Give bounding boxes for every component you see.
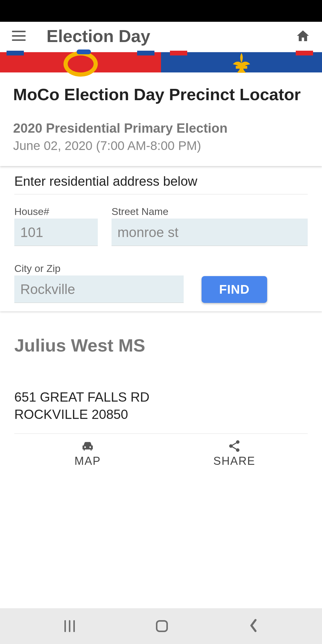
flag-right-panel [161, 52, 322, 72]
status-notch [0, 0, 322, 22]
address-line-1: 651 GREAT FALLS RD [14, 388, 308, 405]
address-form: Enter residential address below House# S… [0, 168, 322, 311]
menu-icon[interactable] [12, 31, 26, 41]
app-bar: Election Day [0, 22, 322, 50]
precinct-address: 651 GREAT FALLS RD ROCKVILLE 20850 [14, 388, 308, 422]
system-nav-bar [0, 608, 322, 644]
flag-left-panel [0, 52, 161, 72]
share-label: SHARE [213, 455, 256, 467]
address-line-2: ROCKVILLE 20850 [14, 406, 308, 423]
precinct-name: Julius West MS [14, 335, 308, 356]
car-icon [80, 439, 96, 453]
share-button[interactable]: SHARE [161, 439, 308, 467]
home-icon[interactable] [295, 29, 311, 43]
nav-back-icon[interactable] [249, 619, 258, 634]
form-heading: Enter residential address below [14, 174, 308, 194]
find-button[interactable]: FIND [202, 276, 267, 303]
city-label: City or Zip [14, 263, 184, 274]
appbar-title: Election Day [47, 26, 295, 46]
header-card: MoCo Election Day Precinct Locator 2020 … [0, 52, 322, 166]
flag-banner [0, 52, 322, 72]
ring-icon [64, 51, 98, 77]
share-icon [226, 439, 242, 453]
nav-recent-icon[interactable] [64, 620, 75, 632]
election-subtitle: 2020 Presidential Primary Election [13, 121, 309, 136]
election-datetime: June 02, 2020 (7:00 AM-8:00 PM) [13, 139, 309, 153]
page-title: MoCo Election Day Precinct Locator [13, 85, 309, 104]
divider [14, 434, 308, 434]
house-label: House# [14, 206, 98, 217]
map-button[interactable]: MAP [14, 439, 161, 467]
nav-home-icon[interactable] [156, 620, 168, 632]
city-input[interactable] [14, 275, 184, 303]
fleur-de-lis-icon [227, 52, 256, 73]
street-input[interactable] [112, 219, 308, 246]
street-label: Street Name [112, 206, 308, 217]
result-card: Julius West MS 651 GREAT FALLS RD ROCKVI… [0, 314, 322, 467]
map-label: MAP [75, 455, 101, 467]
house-input[interactable] [14, 219, 98, 246]
